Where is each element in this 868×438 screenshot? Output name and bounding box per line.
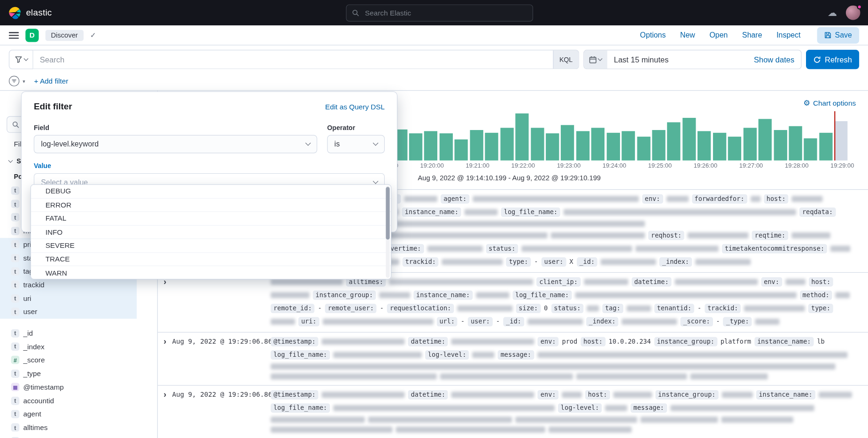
filter-set-menu-icon[interactable] <box>9 76 19 86</box>
value-option-fatal[interactable]: FATAL <box>31 212 391 226</box>
popover-title: Edit filter <box>34 102 72 112</box>
histogram-bar[interactable] <box>424 131 437 160</box>
global-search[interactable] <box>346 4 533 22</box>
doc-timestamp: Aug 9, 2022 @ 19:29:06.869 <box>172 337 271 380</box>
field-item-trackid[interactable]: ttrackid <box>0 278 137 292</box>
expand-row-icon[interactable]: › <box>158 277 172 326</box>
histogram-bar[interactable] <box>789 126 802 161</box>
expand-row-icon[interactable]: › <box>158 337 172 380</box>
show-dates-button[interactable]: Show dates <box>754 55 801 64</box>
elastic-logo[interactable]: elastic <box>8 6 52 19</box>
space-badge[interactable]: D <box>25 29 39 42</box>
histogram-bar[interactable] <box>440 133 453 161</box>
redacted-value <box>322 338 405 345</box>
field-label-badge: log-level: <box>558 403 602 413</box>
field-item-user[interactable]: tuser <box>0 305 137 319</box>
value-option-trace[interactable]: TRACE <box>31 253 391 266</box>
histogram-bar[interactable] <box>667 122 681 160</box>
redacted-value <box>271 374 437 380</box>
histogram-bar[interactable] <box>500 128 513 161</box>
toolbar-link-share[interactable]: Share <box>742 31 762 39</box>
field-label-badge: agent: <box>441 194 469 204</box>
global-search-input[interactable] <box>364 8 527 17</box>
histogram-bar[interactable] <box>515 114 528 161</box>
histogram-bar[interactable] <box>713 133 726 161</box>
edit-as-query-dsl-link[interactable]: Edit as Query DSL <box>325 103 385 111</box>
field-item-_type[interactable]: t_type <box>0 367 157 380</box>
chevron-down-icon[interactable]: ▾ <box>23 78 25 84</box>
histogram-bar[interactable] <box>531 128 544 161</box>
field-name: alltimes <box>23 423 47 432</box>
kql-language-button[interactable]: KQL <box>553 50 578 69</box>
field-item-appname[interactable]: tappname <box>0 434 157 438</box>
add-filter-button[interactable]: + Add filter <box>34 77 69 85</box>
cloud-deployment-icon[interactable]: ☁ <box>828 8 837 17</box>
operator-select[interactable]: is <box>327 135 385 154</box>
chart-options-button[interactable]: ⚙ Chart options <box>803 97 856 108</box>
query-bar: KQL Last 15 minutes Show dates Refresh <box>0 46 868 74</box>
field-item-accountid[interactable]: taccountid <box>0 394 157 407</box>
histogram-bar[interactable] <box>576 131 589 160</box>
value-option-error[interactable]: ERROR <box>31 199 391 212</box>
x-axis-label: 19:20:00 <box>417 162 447 169</box>
scrollbar-thumb[interactable] <box>386 187 389 239</box>
histogram-bar[interactable] <box>652 130 665 161</box>
histogram-bar[interactable] <box>637 137 650 161</box>
field-item-uri[interactable]: turi <box>0 292 137 305</box>
field-item-_id[interactable]: t_id <box>0 326 157 340</box>
histogram-bar[interactable] <box>774 130 787 161</box>
histogram-bar[interactable] <box>682 118 696 161</box>
toolbar-link-options[interactable]: Options <box>640 31 666 39</box>
toolbar-link-open[interactable]: Open <box>709 31 728 39</box>
value-option-info[interactable]: INFO <box>31 225 391 239</box>
histogram-bar[interactable] <box>409 133 422 161</box>
toolbar-link-new[interactable]: New <box>680 31 695 39</box>
field-item-agent[interactable]: tagent <box>0 407 157 421</box>
value-option-warn[interactable]: WARN <box>31 266 391 279</box>
doc-timestamp: Aug 9, 2022 @ 19:29:06.869 <box>172 390 271 433</box>
calendar-menu-button[interactable] <box>584 50 607 69</box>
chevron-down-icon <box>598 56 603 61</box>
save-button[interactable]: Save <box>817 27 859 43</box>
number-field-icon: # <box>11 356 20 364</box>
field-select[interactable]: log-level.keyword <box>34 135 317 154</box>
histogram-bar[interactable] <box>485 133 498 161</box>
toolbar-link-inspect[interactable]: Inspect <box>776 31 800 39</box>
histogram-bar[interactable] <box>561 125 574 160</box>
histogram-bar[interactable] <box>470 130 483 161</box>
redacted-value <box>271 292 309 298</box>
histogram-bar[interactable] <box>819 133 832 161</box>
redacted-value <box>636 246 719 252</box>
histogram-bar[interactable] <box>759 119 772 160</box>
histogram-bar[interactable] <box>606 133 620 161</box>
refresh-button[interactable]: Refresh <box>806 50 859 69</box>
value-option-debug[interactable]: DEBUG <box>31 185 391 199</box>
user-avatar[interactable] <box>846 6 860 20</box>
histogram-bar[interactable] <box>804 138 817 161</box>
field-item-_score[interactable]: #_score <box>0 353 157 367</box>
time-range-value[interactable]: Last 15 minutes <box>607 55 675 64</box>
field-item-_index[interactable]: t_index <box>0 340 157 353</box>
histogram-bar[interactable] <box>591 128 604 161</box>
expand-row-icon[interactable]: › <box>158 390 172 433</box>
menu-icon[interactable] <box>9 32 19 38</box>
histogram-partial-bar[interactable] <box>834 121 847 161</box>
query-search-input[interactable] <box>33 55 553 64</box>
field-label-badge: message: <box>631 403 667 413</box>
redacted-value <box>551 232 645 238</box>
histogram-bar[interactable] <box>546 133 559 161</box>
x-axis-label: 19:27:00 <box>736 162 766 169</box>
redacted-value <box>605 405 627 411</box>
field-item-alltimes[interactable]: talltimes <box>0 421 157 434</box>
histogram-bar[interactable] <box>698 131 711 160</box>
breadcrumb[interactable]: Discover <box>46 30 84 41</box>
saved-query-menu-button[interactable] <box>9 50 33 69</box>
field-name: user <box>23 308 37 316</box>
value-option-severe[interactable]: SEVERE <box>31 239 391 253</box>
redacted-value <box>527 319 583 325</box>
histogram-bar[interactable] <box>622 131 635 160</box>
histogram-bar[interactable] <box>455 139 468 161</box>
field-item-@timestamp[interactable]: ▦@timestamp <box>0 380 157 394</box>
histogram-bar[interactable] <box>728 137 741 161</box>
histogram-bar[interactable] <box>743 128 756 161</box>
